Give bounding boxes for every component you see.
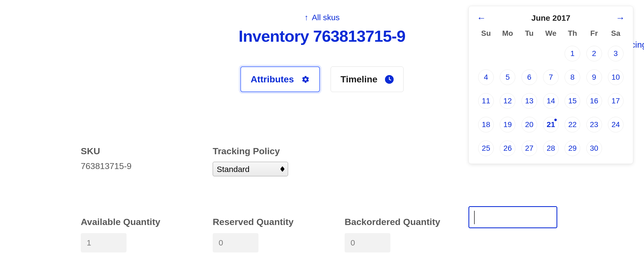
calendar-day-15[interactable]: 15 (565, 93, 580, 109)
calendar-next-month[interactable]: → (614, 12, 626, 24)
backordered-qty-input[interactable] (345, 233, 390, 252)
attributes-panel: SKU 763813715-9 Tracking Policy Standard… (81, 146, 644, 274)
calendar-day-25[interactable]: 25 (478, 140, 494, 156)
calendar-today-dot-icon (554, 119, 557, 121)
calendar-day-28[interactable]: 28 (543, 140, 559, 156)
calendar-day-16[interactable]: 16 (586, 93, 602, 109)
calendar-day-29[interactable]: 29 (565, 140, 580, 156)
tracking-policy-select[interactable]: Standard (213, 162, 288, 176)
calendar-day-10[interactable]: 10 (608, 69, 624, 85)
calendar-day-26[interactable]: 26 (500, 140, 515, 156)
calendar-day-1[interactable]: 1 (565, 46, 580, 61)
calendar-day-24[interactable]: 24 (608, 117, 624, 132)
calendar-day-14[interactable]: 14 (543, 93, 559, 109)
up-arrow-icon: ↑ (304, 13, 308, 22)
calendar-day-4[interactable]: 4 (478, 69, 494, 85)
available-qty-input[interactable] (81, 233, 127, 252)
calendar-day-9[interactable]: 9 (586, 69, 602, 85)
calendar-dow: We (545, 29, 556, 38)
calendar-blank (522, 46, 537, 61)
reserved-qty-label: Reserved Quantity (213, 217, 342, 227)
field-available-qty: Available Quantity (81, 217, 210, 252)
calendar-day-30[interactable]: 30 (586, 140, 602, 156)
calendar-day-22[interactable]: 22 (565, 117, 580, 132)
calendar-dow: Mo (502, 29, 513, 38)
sku-label: SKU (81, 146, 210, 156)
tab-attributes-label: Attributes (251, 74, 294, 85)
calendar-title: June 2017 (531, 13, 570, 23)
calendar-day-2[interactable]: 2 (586, 46, 602, 61)
field-backordered-qty: Backordered Quantity (345, 217, 474, 252)
calendar-day-5[interactable]: 5 (500, 69, 515, 85)
calendar-blank (478, 46, 494, 61)
tab-timeline-label: Timeline (341, 74, 377, 85)
field-reserved-qty: Reserved Quantity (213, 217, 342, 252)
calendar-day-8[interactable]: 8 (565, 69, 580, 85)
calendar-day-18[interactable]: 18 (478, 117, 494, 132)
date-input[interactable] (468, 206, 557, 228)
clock-icon (385, 75, 394, 84)
reserved-qty-input[interactable] (213, 233, 258, 252)
calendar-day-19[interactable]: 19 (500, 117, 515, 132)
calendar-blank (543, 46, 559, 61)
calendar-day-23[interactable]: 23 (586, 117, 602, 132)
calendar-prev-month[interactable]: ← (475, 12, 488, 24)
field-tracking-policy: Tracking Policy Standard (213, 146, 342, 176)
calendar-day-21[interactable]: 21 (543, 117, 559, 132)
calendar-day-17[interactable]: 17 (608, 93, 624, 109)
calendar-dow: Fr (590, 29, 598, 38)
calendar-day-12[interactable]: 12 (500, 93, 515, 109)
calendar-day-13[interactable]: 13 (522, 93, 537, 109)
calendar-day-27[interactable]: 27 (522, 140, 537, 156)
text-caret-icon (474, 211, 475, 224)
calendar-day-6[interactable]: 6 (522, 69, 537, 85)
sku-value: 763813715-9 (81, 161, 210, 171)
calendar-day-3[interactable]: 3 (608, 46, 624, 61)
calendar-day-7[interactable]: 7 (543, 69, 559, 85)
breadcrumb-label: All skus (312, 13, 340, 22)
calendar-dow: Tu (525, 29, 534, 38)
tab-attributes[interactable]: Attributes (240, 66, 320, 92)
calendar-day-20[interactable]: 20 (522, 117, 537, 132)
calendar-popover: ← June 2017 → SuMoTuWeThFrSa123456789101… (468, 6, 633, 164)
tab-timeline[interactable]: Timeline (331, 66, 404, 92)
field-sku: SKU 763813715-9 (81, 146, 210, 176)
calendar-dow: Th (568, 29, 577, 38)
calendar-blank (500, 46, 515, 61)
calendar-dow: Sa (611, 29, 620, 38)
backordered-qty-label: Backordered Quantity (345, 217, 474, 227)
tracking-policy-label: Tracking Policy (213, 146, 342, 156)
calendar-dow: Su (481, 29, 491, 38)
available-qty-label: Available Quantity (81, 217, 210, 227)
calendar-grid: SuMoTuWeThFrSa12345678910111213141516171… (475, 29, 626, 156)
calendar-day-11[interactable]: 11 (478, 93, 494, 109)
gear-icon (302, 75, 310, 83)
